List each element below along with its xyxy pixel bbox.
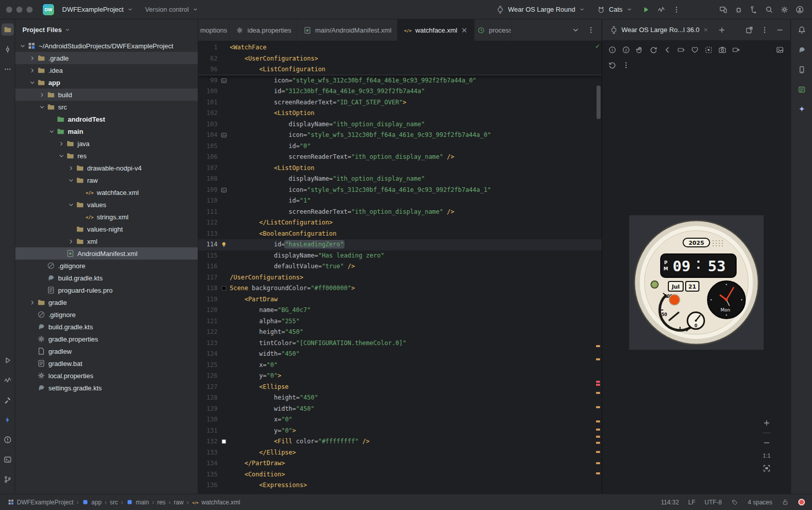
code-line[interactable]: 103 displayName="ith_option_display_name… (198, 119, 602, 130)
code-line[interactable]: 133 </Ellipse> (198, 447, 602, 459)
code-line[interactable]: 108 displayName="ith_option_display_name… (198, 174, 602, 185)
code-line[interactable]: 125 x="0" (198, 360, 602, 371)
code-line[interactable]: 136 <Expressions> (198, 480, 602, 491)
inspection-ok-icon[interactable]: ✓ (595, 43, 600, 50)
warning-stripe-mark[interactable] (596, 451, 600, 453)
tab-options-icon[interactable] (586, 25, 596, 35)
chevron-right-icon[interactable] (67, 237, 75, 246)
fit-to-window-button[interactable] (761, 462, 773, 474)
record-icon[interactable] (730, 44, 742, 56)
intention-bulb-icon[interactable] (219, 240, 228, 249)
tag-icon[interactable] (731, 498, 739, 506)
warning-stripe-mark[interactable] (596, 358, 600, 360)
gemini-button[interactable] (796, 103, 808, 116)
build-button[interactable] (2, 394, 14, 406)
code-line[interactable]: 127 <Ellipse (198, 382, 602, 393)
run-button[interactable] (2, 354, 14, 366)
tree-item[interactable]: raw (15, 174, 198, 186)
breadcrumb-item[interactable]: res (157, 499, 166, 506)
camera-icon[interactable] (716, 44, 728, 56)
running-device-tab[interactable]: Wear OS Large Ro...l 36.0 (606, 23, 713, 37)
chevron-down-icon[interactable] (18, 42, 27, 50)
tree-item[interactable]: proguard-rules.pro (15, 284, 198, 296)
tilt-icon[interactable] (647, 44, 660, 56)
notifications-button[interactable] (796, 24, 808, 36)
warning-stripe-mark[interactable] (596, 472, 600, 474)
settings-icon[interactable] (778, 4, 791, 16)
indent-size[interactable]: 4 spaces (748, 499, 772, 506)
code-line[interactable]: 120 name="BG_40c7" (198, 305, 602, 316)
panel-options-button[interactable] (759, 24, 771, 36)
search-icon[interactable] (763, 4, 775, 16)
code-line[interactable]: 113 <BooleanConfiguration (198, 229, 602, 240)
chevron-right-icon[interactable] (57, 139, 66, 148)
tree-item[interactable]: .gitignore (15, 260, 198, 272)
minimize-window-button[interactable] (16, 7, 22, 13)
code-line[interactable]: 104 icon="style_wfs_312c30bf_f64a_461e_9… (198, 130, 602, 141)
code-line[interactable]: 119 <PartDraw (198, 294, 602, 305)
code-line[interactable]: 123 tintColor="[CONFIGURATION.themeColor… (198, 338, 602, 349)
chevron-down-icon[interactable] (47, 127, 56, 136)
device-mirroring-icon[interactable] (717, 4, 729, 16)
code-line[interactable]: 99 icon="style_wfs_312c30bf_f64a_461e_9c… (198, 75, 602, 87)
chevron-down-icon[interactable] (64, 26, 71, 33)
code-line[interactable]: 134 </PartDraw> (198, 458, 602, 469)
code-line[interactable]: 131 y="0"> (198, 426, 602, 437)
code-line[interactable]: 106 screenReaderText="ith_option_display… (198, 152, 602, 163)
breadcrumb-item[interactable]: src (110, 499, 118, 506)
caret-position[interactable]: 114:32 (661, 499, 679, 506)
project-menu[interactable]: DWFExampleProject (58, 4, 138, 15)
code-line[interactable]: 130 x="0" (198, 414, 602, 426)
tree-item[interactable]: src (15, 101, 198, 113)
close-tab-icon[interactable] (461, 26, 469, 34)
editor-tab[interactable]: main/AndroidManifest.xml (297, 19, 398, 41)
code-line[interactable]: 101 screenReaderText="ID_CAT_STEP_OVER"> (198, 97, 602, 108)
warning-stripe-mark[interactable] (596, 420, 600, 422)
tree-item[interactable]: </>watchface.xml (15, 186, 198, 199)
button-2-icon[interactable]: 2 (620, 44, 632, 56)
battery-icon[interactable] (675, 44, 687, 56)
code-line[interactable]: 115 displayName="Has leading zero" (198, 250, 602, 262)
hidden-tabs-icon[interactable] (571, 25, 580, 35)
tree-item[interactable]: drawable-nodpi-v4 (15, 162, 198, 174)
chevron-down-icon[interactable] (67, 201, 75, 209)
code-line[interactable]: 135 <Condition> (198, 469, 602, 480)
watch-face-display[interactable]: 2025 P M 09 53 Jul 21 (629, 215, 764, 350)
code-line[interactable]: 102 <ListOption (198, 108, 602, 119)
logcat-button[interactable] (796, 83, 808, 96)
warning-stripe-mark[interactable] (596, 429, 600, 431)
run-button[interactable] (640, 4, 652, 16)
chevron-right-icon[interactable] (28, 66, 37, 75)
zoom-out-button[interactable] (761, 437, 773, 449)
tree-item[interactable]: local.properties (15, 370, 198, 382)
device-manager-button[interactable] (796, 64, 808, 76)
tree-item[interactable]: gradlew.bat (15, 357, 198, 370)
breadcrumb-item[interactable]: app (82, 498, 101, 506)
app-quality-insights-button[interactable] (2, 414, 14, 426)
tree-item[interactable]: settings.gradle.kts (15, 382, 198, 394)
code-line[interactable]: 105 id="0" (198, 141, 602, 152)
chevron-down-icon[interactable] (28, 78, 37, 87)
project-button[interactable] (2, 23, 14, 36)
code-line[interactable]: 109 icon="style_wfs_312c30bf_f64a_461e_9… (198, 185, 602, 196)
warning-stripe-mark[interactable] (596, 392, 600, 394)
lock-icon[interactable] (781, 498, 789, 506)
version-control-menu[interactable]: Version control (141, 4, 203, 15)
code-line[interactable]: 126 y="0"> (198, 371, 602, 382)
error-stripe-mark[interactable] (596, 381, 600, 383)
tree-item[interactable]: ~/AndroidStudioProjects/DWFExampleProjec… (15, 40, 198, 52)
tree-item[interactable]: build (15, 89, 198, 101)
code-line[interactable]: 62 <UserConfigurations> (198, 53, 602, 65)
warning-stripe-mark[interactable] (596, 345, 600, 347)
editor-tab[interactable]: </>watchface.xml (397, 19, 474, 41)
chevron-down-icon[interactable] (57, 152, 66, 160)
screenshot-icon[interactable] (774, 44, 786, 56)
profiler-button[interactable] (2, 374, 14, 386)
terminal-button[interactable] (2, 454, 14, 466)
close-device-icon[interactable] (702, 26, 710, 34)
editor-tab[interactable]: idea.properties (230, 19, 297, 41)
open-in-window-button[interactable] (743, 24, 755, 36)
chevron-right-icon[interactable] (28, 54, 37, 63)
code-line[interactable]: 1<WatchFace (198, 42, 602, 53)
tree-item[interactable]: AndroidManifest.xml (15, 247, 198, 260)
